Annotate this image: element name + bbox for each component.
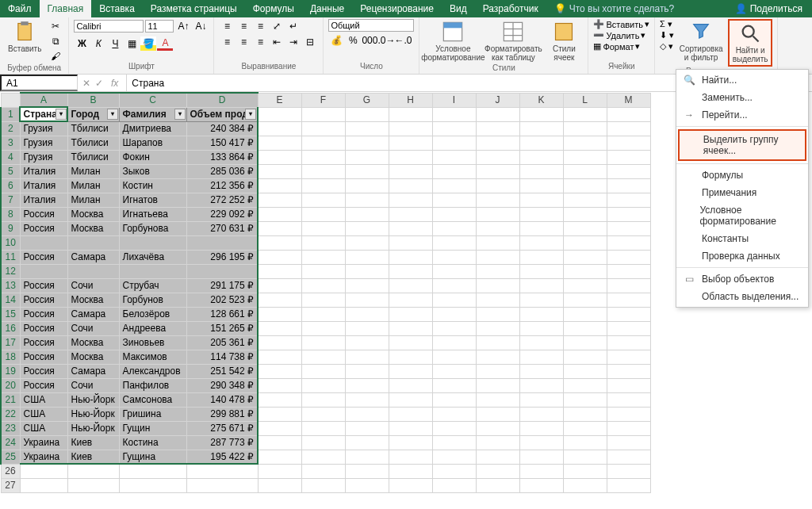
cell-K14[interactable] [519, 293, 563, 307]
cell-L24[interactable] [563, 435, 607, 450]
cell-G25[interactable] [345, 450, 389, 464]
cell-E10[interactable] [258, 235, 301, 250]
cell-C9[interactable]: Горбунова [119, 221, 186, 235]
cell-K26[interactable] [519, 464, 563, 478]
row-header-2[interactable]: 2 [1, 121, 20, 136]
cell-C19[interactable]: Александров [119, 364, 186, 378]
cell-G17[interactable] [345, 335, 389, 350]
cell-J22[interactable] [476, 407, 519, 421]
cell-M2[interactable] [607, 121, 650, 136]
paste-button[interactable]: Вставить [5, 19, 44, 55]
cell-E22[interactable] [258, 407, 301, 421]
cell-H13[interactable] [389, 278, 432, 293]
cell-D25[interactable]: 195 422 ₽ [186, 450, 258, 464]
cell-L18[interactable] [563, 350, 607, 364]
cell-C18[interactable]: Максимов [119, 350, 186, 364]
cell-M17[interactable] [607, 335, 650, 350]
cell-J10[interactable] [476, 235, 519, 250]
col-header-A[interactable]: A [20, 93, 67, 107]
cell-C1[interactable]: Фамилия▾ [119, 107, 186, 121]
cell-K24[interactable] [519, 435, 563, 450]
cell-A6[interactable]: Италия [20, 178, 67, 193]
cell-L20[interactable] [563, 378, 607, 392]
cell-L3[interactable] [563, 136, 607, 150]
cell-E26[interactable] [258, 464, 301, 478]
cell-D12[interactable] [186, 264, 258, 278]
cell-L21[interactable] [563, 392, 607, 407]
cell-M27[interactable] [607, 478, 650, 492]
row-header-7[interactable]: 7 [1, 193, 20, 207]
cell-J12[interactable] [476, 264, 519, 278]
cell-M3[interactable] [607, 136, 650, 150]
cell-D6[interactable]: 212 356 ₽ [186, 178, 258, 193]
cell-E8[interactable] [258, 207, 301, 221]
cell-E3[interactable] [258, 136, 301, 150]
cell-H10[interactable] [389, 235, 432, 250]
cut-button[interactable]: ✂ [48, 19, 63, 33]
cell-H20[interactable] [389, 378, 432, 392]
cell-D27[interactable] [186, 478, 258, 492]
cell-L8[interactable] [563, 207, 607, 221]
cell-I19[interactable] [432, 364, 476, 378]
cell-M8[interactable] [607, 207, 650, 221]
cell-M7[interactable] [607, 193, 650, 207]
orientation-icon[interactable]: ⤢ [269, 19, 285, 33]
cell-C15[interactable]: Белозёров [119, 307, 186, 321]
cell-J7[interactable] [476, 193, 519, 207]
cell-E2[interactable] [258, 121, 301, 136]
menu-item-7[interactable]: Константы [676, 230, 808, 247]
cell-M12[interactable] [607, 264, 650, 278]
cell-M5[interactable] [607, 164, 650, 178]
comma-icon[interactable]: 000 [362, 33, 377, 48]
cell-D3[interactable]: 150 417 ₽ [186, 136, 258, 150]
cell-K17[interactable] [519, 335, 563, 350]
cell-K25[interactable] [519, 450, 563, 464]
cell-A8[interactable]: Россия [20, 207, 67, 221]
col-header-K[interactable]: K [519, 93, 563, 107]
cell-L26[interactable] [563, 464, 607, 478]
autosum-button[interactable]: Σ ▾ [660, 19, 674, 29]
cell-A13[interactable]: Россия [20, 278, 67, 293]
tab-data[interactable]: Данные [302, 0, 352, 17]
name-box[interactable] [0, 75, 78, 91]
cell-L9[interactable] [563, 221, 607, 235]
cell-D19[interactable]: 251 542 ₽ [186, 364, 258, 378]
cell-L2[interactable] [563, 121, 607, 136]
cell-F13[interactable] [301, 278, 345, 293]
cell-L22[interactable] [563, 407, 607, 421]
menu-item-8[interactable]: Проверка данных [676, 247, 808, 265]
cell-E15[interactable] [258, 307, 301, 321]
tab-view[interactable]: Вид [442, 0, 475, 17]
cell-F11[interactable] [301, 250, 345, 264]
cell-G27[interactable] [345, 478, 389, 492]
cell-D15[interactable]: 128 661 ₽ [186, 307, 258, 321]
cell-G15[interactable] [345, 307, 389, 321]
cell-D17[interactable]: 205 361 ₽ [186, 335, 258, 350]
cell-J24[interactable] [476, 435, 519, 450]
cell-D7[interactable]: 272 252 ₽ [186, 193, 258, 207]
row-header-21[interactable]: 21 [1, 392, 20, 407]
cell-C26[interactable] [119, 464, 186, 478]
cell-C24[interactable]: Костина [119, 435, 186, 450]
tab-review[interactable]: Рецензирование [352, 0, 442, 17]
row-header-17[interactable]: 17 [1, 335, 20, 350]
cell-H1[interactable] [389, 107, 432, 121]
cell-D14[interactable]: 202 523 ₽ [186, 293, 258, 307]
cell-J27[interactable] [476, 478, 519, 492]
cell-A19[interactable]: Россия [20, 364, 67, 378]
cell-B10[interactable] [67, 235, 119, 250]
cell-G20[interactable] [345, 378, 389, 392]
cell-D23[interactable]: 275 671 ₽ [186, 421, 258, 435]
cell-I4[interactable] [432, 150, 476, 164]
cell-B26[interactable] [67, 464, 119, 478]
cell-F27[interactable] [301, 478, 345, 492]
align-center-icon[interactable]: ≡ [236, 35, 251, 49]
cell-I24[interactable] [432, 435, 476, 450]
cell-K21[interactable] [519, 392, 563, 407]
cell-H9[interactable] [389, 221, 432, 235]
cell-F14[interactable] [301, 293, 345, 307]
cell-J14[interactable] [476, 293, 519, 307]
cell-K8[interactable] [519, 207, 563, 221]
cell-C22[interactable]: Гришина [119, 407, 186, 421]
row-header-15[interactable]: 15 [1, 307, 20, 321]
